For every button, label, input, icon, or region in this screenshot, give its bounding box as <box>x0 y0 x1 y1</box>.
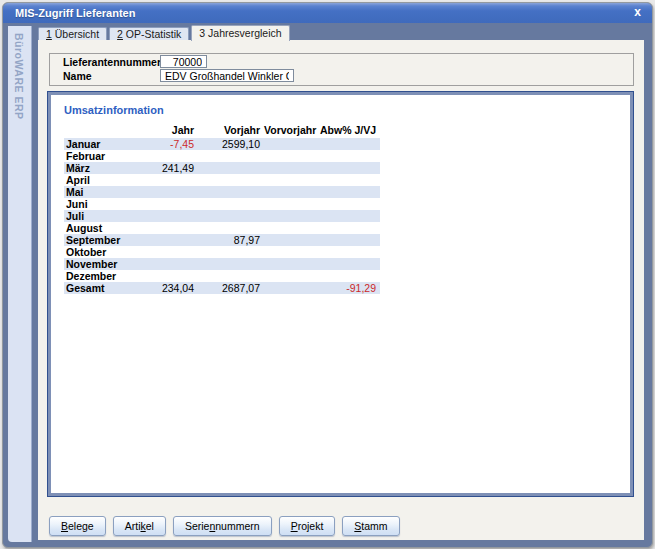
tab-bar: 1 Übersicht2 OP-Statistik3 Jahresverglei… <box>38 26 292 41</box>
tab-1[interactable]: 1 Übersicht <box>38 27 107 41</box>
table-row: Mai <box>64 186 380 198</box>
screen: MIS-Zugriff Lieferanten x BüroWARE ERP 1… <box>0 0 655 549</box>
tab-2[interactable]: 2 OP-Statistik <box>109 27 189 41</box>
cell-abw <box>318 258 380 270</box>
table-row: Januar-7,452599,10 <box>64 138 380 150</box>
table-row: November <box>64 258 380 270</box>
window-title: MIS-Zugriff Lieferanten <box>3 7 135 19</box>
row-label: Juli <box>64 210 152 222</box>
cell-vorjahr <box>198 150 264 162</box>
cell-vorjahr <box>198 246 264 258</box>
report-heading: Umsatzinformation <box>64 104 164 116</box>
cell-vorvorjahr <box>264 222 318 234</box>
artikel-button[interactable]: Artikel <box>113 516 166 536</box>
label-rest: OP-Statistik <box>123 28 181 40</box>
seriennummern-button[interactable]: Seriennummern <box>173 516 272 536</box>
table-row: August <box>64 222 380 234</box>
bottom-button-bar: BelegeArtikelSeriennummernProjektStamm <box>49 516 400 536</box>
cell-vorvorjahr <box>264 234 318 246</box>
title-bar: MIS-Zugriff Lieferanten x <box>3 3 652 23</box>
row-label: Mai <box>64 186 152 198</box>
cell-vorvorjahr <box>264 162 318 174</box>
cell-vorvorjahr <box>264 186 318 198</box>
row-label: August <box>64 222 152 234</box>
supplier-form: Lieferantennummer Name <box>49 53 634 86</box>
cell-vorvorjahr <box>264 270 318 282</box>
tab-3[interactable]: 3 Jahresvergleich <box>191 25 289 41</box>
table-row: Dezember <box>64 270 380 282</box>
row-label: September <box>64 234 152 246</box>
form-row: Lieferantennummer <box>63 55 160 69</box>
label-rest: el <box>146 520 154 532</box>
cell-vorvorjahr <box>264 210 318 222</box>
cell-jahr <box>152 150 198 162</box>
brand-sidebar: BüroWARE ERP <box>8 26 32 542</box>
column-header <box>64 122 152 138</box>
brand-label: BüroWARE ERP <box>13 26 25 120</box>
accel: P <box>291 520 298 532</box>
cell-vorjahr <box>198 258 264 270</box>
cell-vorjahr <box>198 174 264 186</box>
table-row: Februar <box>64 150 380 162</box>
cell-abw <box>318 138 380 150</box>
cell-vorvorjahr <box>264 174 318 186</box>
cell-jahr: 234,04 <box>152 282 198 294</box>
projekt-button[interactable]: Projekt <box>279 516 336 536</box>
cell-jahr <box>152 270 198 282</box>
row-label: Oktober <box>64 246 152 258</box>
cell-jahr <box>152 210 198 222</box>
cell-vorvorjahr <box>264 246 318 258</box>
cell-vorjahr <box>198 186 264 198</box>
cell-abw <box>318 270 380 282</box>
cell-vorjahr <box>198 210 264 222</box>
cell-vorjahr: 87,97 <box>198 234 264 246</box>
cell-vorvorjahr <box>264 138 318 150</box>
stamm-button[interactable]: Stamm <box>342 516 399 536</box>
cell-jahr <box>152 198 198 210</box>
label-pre: Arti <box>125 520 141 532</box>
cell-vorjahr <box>198 162 264 174</box>
label-pre: Serie <box>185 520 210 532</box>
report-area: Umsatzinformation JahrVorjahrVorvorjahrA… <box>47 91 634 497</box>
column-header: Jahr <box>152 122 198 138</box>
cell-vorjahr: 2687,07 <box>198 282 264 294</box>
label-rest: rojekt <box>298 520 324 532</box>
close-icon[interactable]: x <box>634 5 641 19</box>
table-row: Juni <box>64 198 380 210</box>
column-header: Vorvorjahr <box>264 122 318 138</box>
cell-jahr <box>152 222 198 234</box>
cell-abw <box>318 234 380 246</box>
cell-abw <box>318 162 380 174</box>
row-label: Februar <box>64 150 152 162</box>
cell-vorvorjahr <box>264 150 318 162</box>
cell-jahr <box>152 258 198 270</box>
cell-abw: -91,29 <box>318 282 380 294</box>
sales-comparison-table: JahrVorjahrVorvorjahrAbw% J/VJ Januar-7,… <box>64 122 380 294</box>
table-row: März241,49 <box>64 162 380 174</box>
label-rest: 3 Jahresvergleich <box>199 27 281 39</box>
cell-jahr <box>152 174 198 186</box>
row-label: April <box>64 174 152 186</box>
table-row: April <box>64 174 380 186</box>
column-header: Abw% J/VJ <box>318 122 380 138</box>
belege-button[interactable]: Belege <box>49 516 106 536</box>
cell-abw <box>318 174 380 186</box>
column-header: Vorjahr <box>198 122 264 138</box>
supplier-name-label: Name <box>63 70 160 82</box>
cell-jahr: -7,45 <box>152 138 198 150</box>
row-label: Januar <box>64 138 152 150</box>
supplier-name-input[interactable] <box>160 69 294 82</box>
cell-abw <box>318 198 380 210</box>
table-row: Juli <box>64 210 380 222</box>
cell-abw <box>318 150 380 162</box>
table-row: Gesamt234,042687,07-91,29 <box>64 282 380 294</box>
row-label: Juni <box>64 198 152 210</box>
form-row: Name <box>63 69 160 83</box>
cell-vorvorjahr <box>264 282 318 294</box>
row-label: November <box>64 258 152 270</box>
cell-abw <box>318 246 380 258</box>
cell-jahr: 241,49 <box>152 162 198 174</box>
supplier-number-input[interactable] <box>160 55 207 68</box>
label-rest: nummern <box>215 520 259 532</box>
cell-vorvorjahr <box>264 258 318 270</box>
